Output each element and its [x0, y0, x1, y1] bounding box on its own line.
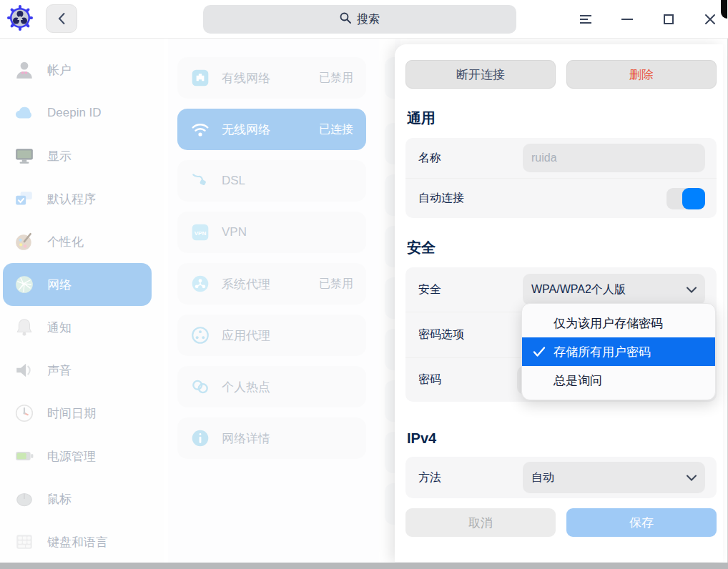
network-item-label: DSL: [222, 174, 245, 188]
settings-sidebar: 帐户Deepin ID显示默认程序个性化网络通知声音时间日期电源管理鼠标键盘和语…: [0, 39, 164, 563]
search-input[interactable]: 搜索: [203, 5, 516, 34]
check-icon: [532, 345, 546, 359]
sidebar-item-label: Deepin ID: [47, 106, 102, 120]
sidebar-item-sound[interactable]: 声音: [3, 349, 152, 392]
network-item-net-details[interactable]: 网络详情: [177, 417, 366, 459]
sidebar-item-label: 通知: [47, 320, 72, 336]
menu-item[interactable]: 总是询问: [526, 366, 712, 395]
disconnect-button[interactable]: 断开连接: [405, 60, 556, 89]
sidebar-item-personalization[interactable]: 个性化: [3, 220, 152, 263]
network-item-app-proxy[interactable]: 应用代理: [177, 315, 366, 356]
app-logo-icon: [6, 4, 34, 32]
sidebar-item-network[interactable]: 网络: [3, 263, 152, 306]
taskbar-strip: [0, 563, 728, 569]
name-input[interactable]: ruida: [523, 144, 705, 172]
autoconnect-toggle[interactable]: [666, 188, 705, 209]
network-item-dsl[interactable]: DSL: [177, 160, 366, 202]
sidebar-item-deepin-id[interactable]: Deepin ID: [3, 91, 152, 134]
network-item-hotspot[interactable]: 个人热点: [177, 366, 366, 407]
network-item-label: 个人热点: [222, 379, 270, 395]
security-select[interactable]: WPA/WPA2个人版: [523, 274, 705, 305]
sidebar-item-label: 电源管理: [47, 448, 96, 465]
toggle-knob: [682, 188, 705, 209]
sidebar-item-label: 声音: [47, 362, 72, 379]
menu-item-label: 存储所有用户密码: [554, 344, 651, 360]
sidebar-item-power[interactable]: 电源管理: [3, 435, 152, 478]
network-item-label: 有线网络: [222, 70, 270, 86]
speaker-icon: [14, 360, 34, 380]
display-icon: [14, 146, 34, 166]
maximize-icon[interactable]: [658, 9, 679, 30]
sidebar-item-default-apps[interactable]: 默认程序: [3, 177, 152, 220]
network-item-label: 系统代理: [222, 276, 270, 292]
menu-item[interactable]: 仅为该用户存储密码: [526, 309, 712, 337]
app-proxy-icon: [190, 325, 210, 345]
network-type-list: 有线网络已禁用无线网络已连接DSLVPNVPN系统代理已禁用应用代理个人热点网络…: [168, 39, 379, 563]
sidebar-item-label: 键盘和语言: [47, 534, 108, 550]
default-apps-icon: [14, 189, 34, 209]
keyboard-icon: [14, 532, 34, 552]
cloud-icon: [14, 103, 34, 123]
palette-icon: [14, 232, 34, 252]
autoconnect-label: 自动连接: [418, 191, 464, 206]
name-label: 名称: [418, 151, 441, 166]
wifi-icon: [190, 119, 210, 139]
network-item-label: 应用代理: [222, 327, 270, 344]
status-badge: 已连接: [319, 122, 353, 137]
network-item-label: VPN: [222, 225, 247, 239]
close-icon[interactable]: [699, 9, 721, 30]
method-value: 自动: [531, 470, 554, 485]
sidebar-item-mouse[interactable]: 鼠标: [3, 478, 152, 520]
back-button[interactable]: [46, 4, 77, 33]
network-item-wireless[interactable]: 无线网络已连接: [177, 109, 366, 150]
security-label: 安全: [418, 282, 441, 297]
mouse-icon: [14, 489, 34, 509]
password-label: 密码: [418, 372, 441, 387]
ipv4-section-title: IPv4: [407, 430, 717, 447]
sidebar-item-label: 帐户: [47, 62, 72, 79]
network-item-vpn[interactable]: VPNVPN: [177, 212, 366, 253]
autoconnect-row: 自动连接: [405, 178, 717, 218]
sidebar-item-datetime[interactable]: 时间日期: [3, 392, 152, 435]
method-select[interactable]: 自动: [523, 462, 705, 493]
clock-icon: [14, 403, 34, 423]
sidebar-item-label: 网络: [47, 277, 72, 293]
sidebar-item-label: 默认程序: [47, 191, 96, 207]
network-globe-icon: [14, 274, 34, 295]
minimize-icon[interactable]: [616, 9, 638, 30]
status-badge: 已禁用: [319, 277, 353, 292]
sidebar-item-keyboard[interactable]: 键盘和语言: [3, 520, 152, 563]
chevron-down-icon: [687, 283, 697, 296]
sidebar-item-accounts[interactable]: 帐户: [3, 49, 152, 91]
menu-item-label: 仅为该用户存储密码: [554, 315, 663, 332]
menu-icon[interactable]: [575, 9, 596, 30]
sidebar-item-label: 鼠标: [47, 491, 72, 508]
network-item-label: 网络详情: [222, 430, 270, 447]
search-icon: [340, 12, 351, 26]
search-placeholder: 搜索: [357, 12, 380, 27]
save-button[interactable]: 保存: [566, 508, 717, 537]
sidebar-item-label: 个性化: [47, 234, 84, 250]
info-icon: [190, 428, 210, 448]
vpn-icon: VPN: [190, 222, 210, 242]
chevron-down-icon: [687, 471, 697, 484]
battery-icon: [14, 446, 34, 466]
control-center-window: 搜索 帐户Deepin ID显示默认程序个性化网络通知声音时间日期电源管理鼠标键…: [0, 0, 728, 569]
dsl-icon: [190, 171, 210, 191]
password-option-label: 密码选项: [418, 327, 464, 342]
name-row: 名称 ruida: [405, 138, 717, 178]
security-value: WPA/WPA2个人版: [531, 282, 626, 297]
general-group: 名称 ruida 自动连接: [405, 138, 717, 218]
delete-button[interactable]: 删除: [566, 60, 717, 89]
sidebar-item-display[interactable]: 显示: [3, 134, 152, 177]
sidebar-item-notification[interactable]: 通知: [3, 306, 152, 349]
network-item-label: 无线网络: [222, 122, 270, 138]
network-item-system-proxy[interactable]: 系统代理已禁用: [177, 263, 366, 305]
general-section-title: 通用: [407, 109, 717, 128]
cancel-button[interactable]: 取消: [405, 508, 556, 537]
method-label: 方法: [418, 470, 441, 485]
network-item-wired[interactable]: 有线网络已禁用: [177, 57, 366, 99]
menu-item[interactable]: 存储所有用户密码: [522, 337, 715, 366]
ethernet-icon: [190, 68, 210, 88]
system-proxy-icon: [190, 274, 210, 294]
